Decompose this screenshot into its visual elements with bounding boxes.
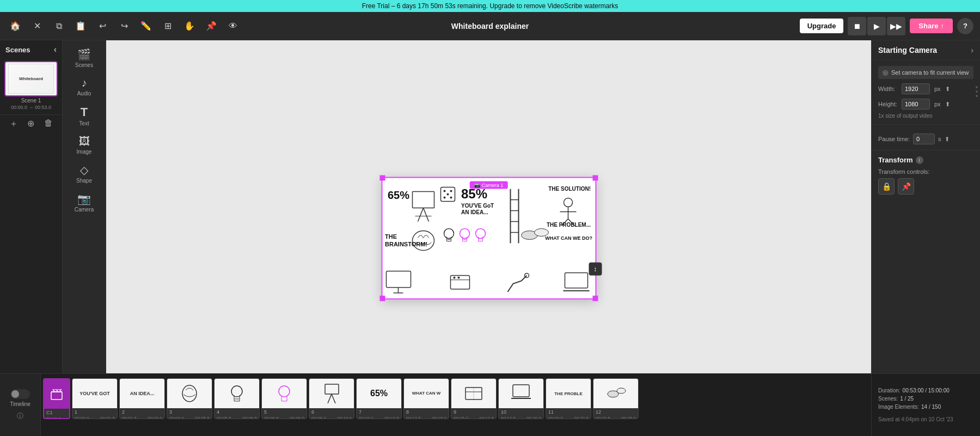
svg-point-24 (460, 229, 469, 239)
collapse-scenes-button[interactable]: ‹ (54, 45, 57, 55)
whiteboard-frame[interactable]: 📷 Camera 1 65% (381, 177, 596, 300)
draw-icon[interactable]: ✏️ (137, 17, 155, 35)
hand-icon[interactable]: ✋ (181, 17, 198, 35)
scenes-count-label: Scenes: (878, 396, 898, 402)
dice-icon (439, 186, 456, 203)
clip-time-7: 00:10.0 00:12.5 (357, 416, 401, 419)
clip-5[interactable]: 5 00:06.5 00:08.0 (261, 378, 307, 419)
clip-8[interactable]: WHAT CAN W 8 00:12.5 00:15.0 (403, 378, 449, 419)
mini-whiteboard: Whiteboard (8, 64, 54, 94)
timeline-toggle-thumb (11, 390, 19, 398)
svg-line-2 (423, 208, 428, 222)
undo-icon[interactable]: ↩ (94, 17, 111, 35)
tool-audio[interactable]: ♪ Audio (67, 74, 102, 100)
svg-rect-39 (51, 392, 62, 399)
tools-icon (448, 270, 472, 294)
copy-icon[interactable]: ⧉ (50, 17, 68, 35)
wb-text-solution: THE SOLUTION! (548, 186, 591, 192)
pin-icon[interactable]: 📌 (203, 17, 220, 35)
tool-camera[interactable]: 📷 Camera (67, 189, 102, 216)
duplicate-icon[interactable]: 📋 (72, 17, 89, 35)
timeline-info-button[interactable]: ⓘ (17, 411, 23, 421)
svg-point-7 (446, 193, 449, 196)
banner-text: Free Trial – 6 days 17h 50m 53s remainin… (362, 2, 618, 10)
scene-thumbnail[interactable]: Whiteboard Scene 1 00:00.0 → 00:53.0 (4, 61, 58, 110)
clip-num-10: 10 (501, 409, 506, 415)
scene-time-label: 00:00.0 → 00:53.0 (4, 105, 58, 110)
tool-text[interactable]: T Text (67, 102, 102, 130)
wb-text-anidea: AN IDEA... (461, 209, 488, 215)
pause-input[interactable] (913, 134, 935, 144)
width-label: Width: (878, 86, 897, 92)
fullplay-button[interactable]: ▶▶ (887, 17, 905, 35)
pause-row: Pause time: s ⬆ (878, 134, 973, 144)
tool-scenes[interactable]: 🎬 Scenes (67, 45, 102, 71)
clip-thumb-6 (309, 379, 354, 408)
transform-handle[interactable]: ↕ (589, 263, 602, 276)
set-camera-button[interactable]: ◎ Set camera to fit current view (878, 66, 973, 79)
expand-panel-button[interactable]: › (971, 46, 973, 55)
bulb2-clip-icon (275, 383, 294, 404)
pin-transform-button[interactable]: 📌 (898, 178, 914, 195)
share-label: Share (918, 22, 938, 30)
image-elements-value: 14 / 150 (921, 404, 941, 410)
bulb-icon-3 (474, 227, 487, 246)
lock-transform-button[interactable]: 🔒 (878, 178, 895, 195)
delete-scene-button[interactable]: 🗑 (44, 118, 53, 130)
share-button[interactable]: Share ↑ (910, 19, 953, 33)
home-icon[interactable]: 🏠 (7, 17, 24, 35)
bulb-icon-2 (458, 227, 471, 246)
add-scene-after-button[interactable]: ⊕ (27, 118, 34, 130)
clip-c1[interactable]: C1 00:00.0 (43, 378, 70, 419)
bulb-icon-1 (442, 227, 456, 246)
eye-icon[interactable]: 👁 (224, 17, 242, 35)
transform-title: Transform i (878, 156, 973, 164)
timeline-toggle[interactable] (10, 389, 30, 399)
computer-monitor-icon (385, 270, 415, 294)
clip-7[interactable]: 65% 7 00:10.0 00:12.5 (356, 378, 402, 419)
clip-thumb-1: YOU'VE GOT (72, 379, 117, 408)
clip-12[interactable]: 12 00:22.5 00:25.0 (593, 378, 639, 419)
clip-10[interactable]: 10 00:17.5 00:20.0 (498, 378, 544, 419)
height-stepper[interactable]: ⬆ (945, 101, 950, 108)
close-icon[interactable]: ✕ (28, 17, 46, 35)
tool-image[interactable]: 🖼 Image (67, 132, 102, 158)
wb-dice-area (439, 186, 456, 205)
wb-text-85: 85% (461, 186, 487, 202)
clip-num-3: 3 (169, 409, 172, 415)
clip-time-6: 00:08.0 00:10.0 (309, 416, 354, 419)
image-elements-row: Image Elements: 14 / 150 (878, 404, 973, 410)
width-stepper[interactable]: ⬆ (945, 86, 950, 93)
tool-shape[interactable]: ◇ Shape (67, 160, 102, 187)
scenes-tool-icon: 🎬 (77, 48, 91, 61)
timeline-content: C1 00:00.0 YOU'VE GOT 1 00:00.0 00:01.5 (41, 374, 871, 436)
scene-thumb-image: Whiteboard (4, 61, 58, 96)
set-camera-label: Set camera to fit current view (891, 69, 969, 76)
transform-info-icon[interactable]: i (916, 156, 923, 164)
shape-tool-icon: ◇ (80, 164, 88, 177)
width-input[interactable] (902, 83, 930, 94)
clip-6[interactable]: 6 00:08.0 00:10.0 (309, 378, 354, 419)
timeline-clips: C1 00:00.0 YOU'VE GOT 1 00:00.0 00:01.5 (41, 374, 871, 423)
clip-9[interactable]: 9 00:15.0 00:17.5 (451, 378, 497, 419)
height-input[interactable] (902, 99, 930, 110)
text-tool-icon: T (81, 105, 88, 119)
pause-stepper[interactable]: ⬆ (945, 136, 950, 143)
play-button[interactable]: ▶ (867, 17, 886, 35)
svg-point-35 (457, 276, 460, 278)
grid-icon[interactable]: ⊞ (159, 17, 176, 35)
clip-4[interactable]: 4 00:05.5 00:06.5 (214, 378, 260, 419)
clip-3[interactable]: 3 00:03.0 00:05.5 (167, 378, 212, 419)
preview-button[interactable]: ⏹ (848, 17, 866, 35)
redo-icon[interactable]: ↪ (115, 17, 133, 35)
upgrade-button[interactable]: Upgrade (800, 19, 844, 33)
clip-11[interactable]: THE PROBLE 11 00:20.0 00:22.5 (546, 378, 591, 419)
clip-2[interactable]: AN IDEA... 2 00:01.5 00:03.0 (119, 378, 165, 419)
width-unit: px (934, 86, 941, 92)
help-button[interactable]: ? (957, 18, 973, 34)
clip-info-2: 2 (120, 408, 164, 416)
wb-text-brainstorm: THE BRAINSTORM! (385, 233, 427, 249)
svg-line-1 (418, 208, 423, 222)
add-scene-button[interactable]: ＋ (9, 118, 18, 130)
clip-1[interactable]: YOU'VE GOT 1 00:00.0 00:01.5 (72, 378, 118, 419)
